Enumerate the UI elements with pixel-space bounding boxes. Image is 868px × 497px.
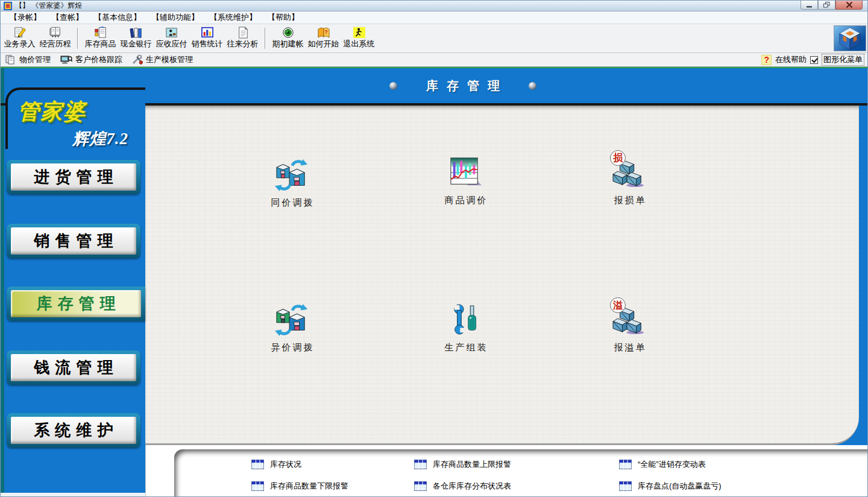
customer-price-tracking-icon [60, 55, 72, 65]
cube-icon [837, 27, 863, 51]
graphic-menu-checkbox[interactable] [810, 56, 818, 64]
sidebar-item-label: 系统维护 [11, 417, 136, 444]
table-icon [619, 460, 632, 469]
sidebar-item-label: 销售管理 [11, 227, 136, 255]
sidebar-item-cashflow[interactable]: 钱流管理 [7, 350, 140, 385]
toolbar2-price-management[interactable]: 物价管理 [5, 54, 51, 65]
left-frame-strip [1, 68, 4, 496]
toolbar-label: 期初建帐 [272, 39, 304, 49]
report-inventory-status[interactable]: 库存状况 [251, 459, 414, 470]
close-button[interactable] [835, 1, 863, 10]
toolbar2-customer-price-tracking[interactable]: 客户价格跟踪 [60, 54, 122, 65]
module-label: 报溢单 [578, 342, 681, 353]
report-lower-limit-alarm[interactable]: 库存商品数量下限报警 [251, 481, 414, 492]
toolbar-separator [77, 28, 78, 49]
online-help-icon[interactable]: ? [761, 55, 772, 65]
menu-record[interactable]: 【录帐】 [4, 11, 46, 24]
toolbar-business-history[interactable]: 经营历程 [37, 25, 73, 51]
sidebar-item-maintenance[interactable]: 系统维护 [7, 413, 140, 448]
sales-stats-icon [200, 27, 215, 39]
minimize-icon [807, 2, 813, 8]
sidebar-item-purchase[interactable]: 进货管理 [7, 160, 140, 194]
restore-button[interactable] [818, 1, 835, 10]
transaction-analysis-icon [236, 27, 250, 39]
secondary-toolbar: 物价管理 客户价格跟踪 生产模板管理 ? 在线帮助 图形化菜单 [1, 53, 867, 67]
report-upper-limit-alarm[interactable]: 库存商品数量上限报警 [414, 459, 619, 470]
price-management-icon [5, 55, 16, 65]
table-icon [251, 460, 264, 469]
brand-logo-panel: 管家婆 辉煌7.2 [5, 87, 145, 149]
loss-badge: 损 [610, 150, 626, 166]
report-label: 库存盘点(自动盘赢盘亏) [638, 481, 722, 492]
module-diff-price-transfer[interactable]: 异价调拨 [241, 303, 343, 353]
window-title: 【】 《管家婆》辉煌 [15, 1, 82, 11]
module-production-assembly[interactable]: 生产组装 [414, 303, 517, 353]
report-label: “全能”进销存变动表 [638, 459, 706, 470]
overflow-badge: 溢 [610, 297, 626, 313]
module-loss-report[interactable]: 损 报损单 [578, 156, 681, 206]
module-label: 生产组装 [414, 342, 517, 353]
sidebar-item-inventory[interactable]: 库存管理 [7, 286, 145, 321]
toolbar-how-to-start[interactable]: ? 如何开始 [306, 25, 341, 51]
initial-account-icon [281, 27, 295, 39]
reports-grid: 库存状况 库存商品数量上限报警 “全能”进销存变动表 库存商品数量下限报警 [174, 449, 867, 492]
report-label: 库存状况 [270, 459, 301, 470]
report-stocktaking[interactable]: 库存盘点(自动盘赢盘亏) [619, 481, 867, 492]
toolbar-transaction-analysis[interactable]: 往来分析 [225, 25, 260, 51]
brand-logo-title: 管家婆 [17, 97, 86, 127]
toolbar-initial-account[interactable]: 期初建帐 [270, 25, 306, 51]
report-warehouse-distribution[interactable]: 各仓库库存分布状况表 [414, 481, 619, 492]
toolbar2-right-group: ? 在线帮助 图形化菜单 [761, 53, 864, 66]
business-entry-icon [13, 27, 27, 39]
sphere-icon [389, 82, 397, 90]
exit-system-icon [352, 27, 366, 39]
toolbar-label: 往来分析 [227, 39, 259, 49]
toolbar-business-entry[interactable]: 业务录入 [2, 25, 37, 51]
toolbar-exit-system[interactable]: 退出系统 [341, 25, 377, 51]
module-goods-price-adjust[interactable]: 商品调价 [414, 156, 517, 206]
production-template-icon [132, 55, 143, 65]
table-icon [414, 460, 427, 469]
module-same-price-transfer[interactable]: 同价调拨 [241, 159, 343, 209]
toolbar-label: 现金银行 [121, 39, 152, 49]
menu-query[interactable]: 【查帐】 [46, 11, 89, 24]
module-label: 报损单 [578, 195, 681, 206]
table-icon [619, 481, 632, 491]
page-title: 库存管理 [418, 78, 508, 94]
table-icon [251, 481, 264, 491]
graphic-menu-label[interactable]: 图形化菜单 [822, 54, 864, 66]
app-icon [4, 2, 12, 10]
toolbar-label: 退出系统 [344, 39, 375, 49]
sidebar-item-sales[interactable]: 销售管理 [7, 224, 140, 258]
toolbar2-production-template[interactable]: 生产模板管理 [132, 54, 193, 65]
application-window: 【】 《管家婆》辉煌 【录帐】 【查帐】 【基本信息】 【辅助功能】 【系统维护… [0, 0, 868, 497]
module-label: 异价调拨 [241, 342, 343, 353]
menu-system-maintenance[interactable]: 【系统维护】 [204, 11, 262, 24]
inventory-goods-icon [93, 27, 108, 39]
same-price-transfer-icon [275, 159, 309, 191]
menu-aux-functions[interactable]: 【辅助功能】 [146, 11, 204, 24]
minimize-button[interactable] [800, 1, 818, 10]
module-overflow-report[interactable]: 溢 报溢单 [578, 303, 681, 353]
toolbar2-label: 客户价格跟踪 [75, 54, 122, 65]
toolbar-label: 业务录入 [4, 39, 36, 49]
toolbar-inventory-goods[interactable]: 库存商品 [83, 25, 118, 51]
toolbar2-label: 物价管理 [19, 54, 51, 65]
brand-logo-version: 辉煌7.2 [17, 128, 145, 150]
sphere-icon [529, 82, 536, 90]
restore-icon [823, 2, 830, 8]
report-label: 库存商品数量上限报警 [433, 459, 511, 470]
menu-basic-info[interactable]: 【基本信息】 [89, 11, 146, 24]
toolbar-receivable-payable[interactable]: 应收应付 [154, 25, 189, 51]
report-almighty-change-table[interactable]: “全能”进销存变动表 [619, 459, 867, 470]
production-assembly-icon [448, 303, 482, 336]
question-mark-glyph: ? [324, 29, 328, 35]
toolbar-cash-bank[interactable]: 现金银行 [118, 25, 154, 51]
title-bar: 【】 《管家婆》辉煌 [1, 1, 867, 11]
menu-help[interactable]: 【帮助】 [262, 11, 304, 24]
toolbar-sales-stats[interactable]: 销售统计 [189, 25, 225, 51]
toolbar-label: 如何开始 [308, 39, 339, 49]
online-help-label[interactable]: 在线帮助 [775, 54, 807, 65]
toolbar-label: 经营历程 [40, 39, 71, 49]
toolbar2-label: 生产模板管理 [146, 54, 193, 65]
